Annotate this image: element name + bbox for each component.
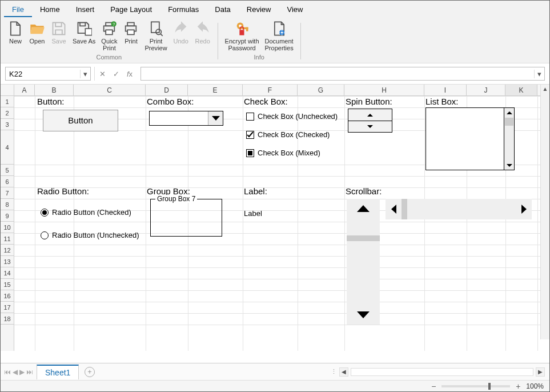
save-as-button[interactable]: Save As [71, 19, 97, 53]
col-E[interactable]: E [188, 85, 243, 95]
quick-print-button[interactable]: ? Quick Print [100, 19, 118, 53]
sheet-nav-next-icon[interactable]: ▶ [19, 368, 25, 376]
row-11[interactable]: 11 [1, 233, 14, 245]
menu-home[interactable]: Home [32, 3, 68, 17]
open-button[interactable]: Open [28, 19, 46, 53]
row-4[interactable]: 4 [1, 130, 14, 165]
cells-area[interactable]: Button: Combo Box: Check Box: Spin Butto… [14, 96, 549, 351]
row-14[interactable]: 14 [1, 267, 14, 279]
menu-insert[interactable]: Insert [68, 3, 103, 17]
grid-vertical-scrollbar[interactable]: ▲ [540, 85, 549, 339]
row-3[interactable]: 3 [1, 119, 14, 130]
form-combobox[interactable] [149, 111, 223, 126]
hscroll-right-icon[interactable] [516, 199, 532, 219]
row-8[interactable]: 8 [1, 199, 14, 210]
form-spin-button[interactable] [348, 109, 392, 133]
select-all-corner[interactable] [1, 85, 14, 95]
col-D[interactable]: D [146, 85, 188, 95]
formula-input[interactable]: ▾ [140, 67, 545, 81]
save-button[interactable]: Save [50, 19, 68, 53]
form-scrollbar-vertical[interactable] [347, 199, 380, 314]
form-scrollbar-horizontal[interactable] [386, 199, 532, 219]
row-5[interactable]: 5 [1, 165, 14, 176]
form-radio-unchecked[interactable]: Radio Button (Unchecked) [41, 231, 139, 239]
col-J[interactable]: J [467, 85, 505, 95]
zoom-in-button[interactable]: + [515, 382, 521, 391]
spin-up-icon[interactable] [348, 109, 392, 121]
row-15[interactable]: 15 [1, 279, 14, 290]
menu-formulas[interactable]: Formulas [160, 3, 207, 17]
undo-button[interactable]: Undo [172, 19, 190, 53]
sheet-nav-first-icon[interactable]: ⏮ [4, 368, 11, 376]
listbox-scroll-thumb[interactable] [505, 118, 513, 126]
listbox-scrollbar[interactable] [504, 108, 514, 170]
row-18[interactable]: 18 [1, 313, 14, 325]
hscroll-left-icon[interactable] [386, 199, 402, 219]
spin-down-icon[interactable] [348, 121, 392, 132]
doc-properties-button[interactable]: Document Properties [264, 19, 295, 53]
col-H[interactable]: H [344, 85, 424, 95]
form-button[interactable]: Button [43, 110, 118, 131]
vscroll-track[interactable] [347, 235, 380, 305]
add-sheet-button[interactable]: ＋ [85, 367, 95, 377]
col-C[interactable]: C [74, 85, 146, 95]
col-K[interactable]: K [505, 85, 537, 95]
horizontal-grid-scrollbar[interactable]: ⋮ ◀ ▶ [331, 367, 545, 377]
name-box[interactable]: K22 ▾ [5, 67, 91, 81]
row-7[interactable]: 7 [1, 187, 14, 199]
grid-scroll-right-icon[interactable]: ▶ [536, 367, 545, 377]
grid-hscroll-track[interactable] [351, 368, 533, 376]
form-checkbox-mixed[interactable]: Check Box (Mixed) [246, 149, 320, 157]
row-9[interactable]: 9 [1, 210, 14, 222]
fx-icon[interactable]: fx [125, 70, 135, 78]
zoom-thumb[interactable] [488, 383, 491, 390]
formula-expand-icon[interactable]: ▾ [534, 70, 544, 78]
form-listbox[interactable] [425, 107, 515, 170]
menu-data[interactable]: Data [207, 3, 238, 17]
listbox-scroll-up-icon[interactable] [504, 108, 514, 117]
row-6[interactable]: 6 [1, 176, 14, 187]
sheet-nav-last-icon[interactable]: ⏭ [26, 368, 33, 376]
row-16[interactable]: 16 [1, 290, 14, 302]
col-I[interactable]: I [424, 85, 467, 95]
row-10[interactable]: 10 [1, 222, 14, 233]
zoom-slider[interactable] [441, 385, 510, 387]
vscroll-thumb[interactable] [347, 235, 380, 241]
grid-scroll-left-icon[interactable]: ◀ [339, 367, 348, 377]
sheet-nav-prev-icon[interactable]: ◀ [13, 368, 18, 376]
listbox-scroll-down-icon[interactable] [504, 161, 514, 170]
vscroll-down-icon[interactable] [347, 305, 380, 325]
col-B[interactable]: B [35, 85, 74, 95]
row-17[interactable]: 17 [1, 302, 14, 313]
menu-review[interactable]: Review [239, 3, 279, 17]
encrypt-button[interactable]: Encrypt with Password [224, 19, 260, 53]
print-preview-button[interactable]: Print Preview [143, 19, 168, 53]
sheet-tab-1[interactable]: Sheet1 [37, 365, 79, 379]
combobox-dropdown-icon[interactable] [208, 111, 223, 125]
row-1[interactable]: 1 [1, 96, 14, 107]
col-G[interactable]: G [298, 85, 344, 95]
zoom-out-button[interactable]: − [430, 382, 437, 391]
col-A[interactable]: A [14, 85, 35, 95]
hscroll-thumb[interactable] [402, 199, 407, 219]
row-12[interactable]: 12 [1, 245, 14, 256]
new-button[interactable]: New [6, 19, 25, 53]
name-box-dropdown-icon[interactable]: ▾ [80, 70, 90, 78]
grid-scroll-up-icon[interactable]: ▲ [541, 85, 549, 94]
form-radio-checked[interactable]: Radio Button (Checked) [41, 208, 131, 217]
form-checkbox-checked[interactable]: Check Box (Checked) [246, 130, 330, 139]
form-checkbox-unchecked[interactable]: Check Box (Unchecked) [246, 112, 338, 121]
form-groupbox[interactable]: Group Box 7 [150, 199, 222, 237]
redo-button[interactable]: Redo [194, 19, 212, 53]
menu-view[interactable]: View [279, 3, 311, 17]
row-13[interactable]: 13 [1, 256, 14, 267]
menu-page-layout[interactable]: Page Layout [102, 3, 160, 17]
print-button[interactable]: Print [122, 19, 140, 53]
hscroll-track[interactable] [402, 199, 516, 219]
accept-formula-icon[interactable]: ✓ [111, 70, 121, 78]
vscroll-up-icon[interactable] [347, 199, 380, 218]
cancel-formula-icon[interactable]: ✕ [97, 70, 107, 78]
col-F[interactable]: F [243, 85, 298, 95]
row-2[interactable]: 2 [1, 107, 14, 119]
menu-file[interactable]: File [4, 3, 32, 17]
